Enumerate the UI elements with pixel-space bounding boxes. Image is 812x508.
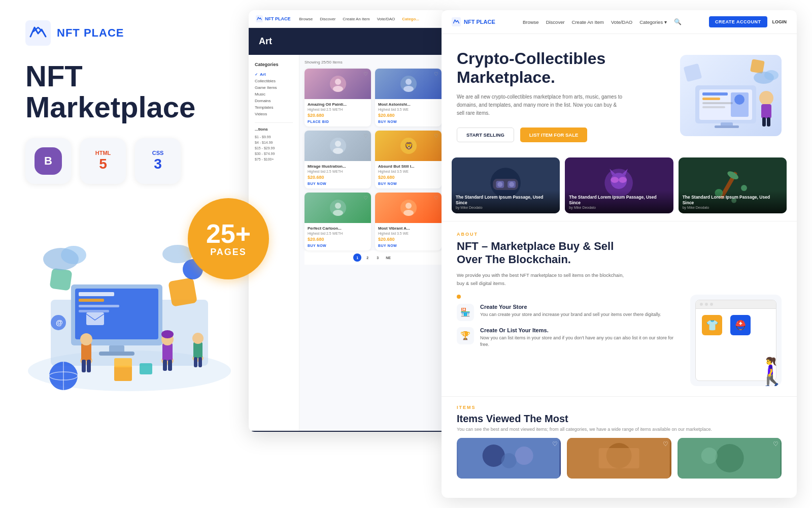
mp-cat-collectibles[interactable]: Collectibles (255, 78, 293, 84)
mp-nav-create[interactable]: Create An Item (343, 17, 369, 21)
mp-card-title-3: Mirage Illustration... (308, 164, 368, 169)
mp-card-price-2: $20.680 (378, 113, 438, 118)
rp-item-img-1: ♡ (457, 438, 561, 479)
mp-card-sub-5: Highest bid 2.5 WETH (308, 232, 368, 235)
rp-item-img-3: ♡ (678, 438, 782, 479)
mp-cat-music[interactable]: Music (255, 91, 293, 98)
svg-point-30 (192, 333, 204, 344)
mp-card-title-6: Most Vibrant A... (378, 226, 438, 231)
mp-page-2[interactable]: 2 (363, 253, 371, 262)
left-hero-title: NFT Marketplace (25, 61, 223, 123)
mp-card-heart-4[interactable]: ♡ (434, 133, 438, 139)
start-selling-button[interactable]: START SELLING (457, 128, 514, 142)
mp-cat-art[interactable]: Art (255, 71, 293, 78)
item-heart-1[interactable]: ♡ (552, 440, 558, 448)
mp-card-avatar-1 (329, 75, 347, 93)
mp-filter-2[interactable]: $4 - $14.99 (255, 140, 293, 145)
feat-author-2: by Mike Deodato (569, 206, 669, 209)
svg-rect-7 (79, 305, 119, 307)
list-item-button[interactable]: LIST ITEM FOR SALE (520, 128, 588, 142)
rp-nav-discover[interactable]: Discover (546, 19, 565, 25)
rp-nav-create[interactable]: Create An Item (572, 19, 604, 25)
rp-feat-card-3[interactable]: The Standard Lorem Ipsum Passage, Used S… (679, 157, 787, 213)
svg-point-105 (715, 444, 743, 472)
item-heart-3[interactable]: ♡ (773, 440, 779, 448)
mp-hero-title: Art (259, 36, 436, 47)
mp-nav-discover[interactable]: Discover (320, 17, 335, 21)
mp-card-heart-3[interactable]: ♡ (363, 133, 368, 139)
mp-card-btn-3[interactable]: BUY NOW (308, 182, 368, 185)
rp-hero-desc: We are all new crypto-collectibles marke… (457, 93, 624, 117)
search-icon[interactable]: 🔍 (674, 18, 682, 25)
item-heart-2[interactable]: ♡ (663, 440, 668, 448)
mp-card-price-5: $20.680 (308, 237, 368, 242)
mp-card-avatar-6 (399, 199, 418, 217)
mp-card-title-1: Amazing Oil Painti... (308, 102, 368, 107)
mp-page-next[interactable]: NE (384, 253, 393, 262)
mp-cat-videos[interactable]: Videos (255, 111, 293, 117)
mp-card-price-6: $20.680 (378, 237, 438, 242)
mp-card-img-1: ♡ (304, 69, 371, 99)
mp-card-heart-2[interactable]: ♡ (434, 71, 438, 77)
rp-nav-vote[interactable]: Vote/DAO (611, 19, 632, 25)
rp-feat-card-2[interactable]: The Standard Lorem Ipsum Passage, Used S… (565, 157, 673, 213)
rp-nav-browse[interactable]: Browse (523, 19, 539, 25)
mp-nav-categories[interactable]: Catego... (402, 17, 419, 21)
svg-rect-20 (82, 360, 86, 372)
mp-card-heart-5[interactable]: ♡ (363, 195, 368, 201)
login-button[interactable]: LOGIN (772, 19, 787, 24)
mp-card-img-5: ♡ (304, 193, 371, 223)
create-account-button[interactable]: CREATE ACCOUNT (709, 16, 767, 27)
browser-dot-3 (710, 303, 713, 306)
about-browser-content: 👕 ⛑️ (696, 309, 776, 345)
mp-filter-4[interactable]: $30 - $74.99 (255, 151, 293, 156)
svg-rect-66 (702, 106, 725, 108)
mp-filter-5[interactable]: $75 - $100+ (255, 156, 293, 162)
rp-feat-card-1[interactable]: The Standard Lorem Ipsum Passage, Used S… (452, 157, 560, 213)
mp-card-btn-2[interactable]: BUY NOW (378, 120, 438, 123)
mp-page-3[interactable]: 3 (374, 253, 382, 262)
mp-card-title-5: Perfect Cartoon... (308, 226, 368, 231)
mp-nav-vote[interactable]: Vote/DAO (377, 17, 395, 21)
rp-nav-links: Browse Discover Create An Item Vote/DAO … (523, 18, 682, 25)
mp-cards-grid: ♡ Amazing Oil Painti... Highest bid 2.5 … (304, 69, 442, 250)
walking-figure: 🚶‍♀️ (754, 356, 782, 386)
mp-footer: ⬡ NFT PLACE We are one of the best pre-d… (249, 431, 447, 432)
mp-card-btn-1[interactable]: PLACE BID (308, 120, 368, 123)
mp-page-1[interactable]: 1 (353, 253, 361, 262)
svg-point-68 (734, 94, 745, 105)
rp-about-title: NFT – Marketplace Buy & SellOver The Blo… (457, 240, 782, 267)
mp-cat-templates[interactable]: Templates (255, 104, 293, 111)
rp-about-img: 👕 ⛑️ 🚶‍♀️ (690, 295, 782, 386)
rp-nav-categories[interactable]: Categories ▾ (639, 19, 667, 25)
mp-cat-domains[interactable]: Domains (255, 98, 293, 104)
rp-items-desc: You can see the best and most viewed ite… (457, 427, 782, 432)
rp-nav-actions: CREATE ACCOUNT LOGIN (709, 16, 787, 27)
mp-pagination: 1 2 3 NE (304, 250, 442, 265)
mp-logo-icon (256, 15, 263, 22)
svg-point-106 (701, 448, 717, 464)
mp-filter-1[interactable]: $1 - $9.99 (255, 134, 293, 140)
mp-card-sub-4: Highest bid 3.5 WE (378, 170, 438, 173)
mp-nav-browse[interactable]: Browse (299, 17, 313, 21)
step-indicator (457, 295, 461, 299)
mp-card-heart-1[interactable]: ♡ (363, 71, 368, 77)
svg-rect-39 (86, 312, 104, 325)
mp-filter-3[interactable]: $15 - $29.99 (255, 145, 293, 151)
rp-logo: NFT PLACE (452, 17, 495, 26)
rp-items-section: Items Items Viewed The Most You can see … (442, 396, 797, 487)
svg-rect-64 (702, 98, 720, 100)
bootstrap-badge: B (25, 138, 71, 184)
mp-card-btn-6[interactable]: BUY NOW (378, 244, 438, 247)
svg-point-58 (405, 203, 412, 209)
rp-items-title: Items Viewed The Most (457, 413, 782, 425)
mp-showing-count: Showing 25/50 Items (304, 60, 442, 65)
mp-card-heart-6[interactable]: ♡ (434, 195, 438, 201)
rp-step-1-desc: You can create your store and increase y… (480, 311, 661, 319)
svg-rect-38 (140, 363, 152, 374)
svg-point-78 (764, 70, 779, 80)
mp-cat-gameitems[interactable]: Game Items (255, 84, 293, 91)
mp-card-img-2: ♡ (375, 69, 442, 99)
mp-card-btn-4[interactable]: BUY NOW (378, 182, 438, 185)
mp-card-btn-5[interactable]: BUY NOW (308, 244, 368, 247)
